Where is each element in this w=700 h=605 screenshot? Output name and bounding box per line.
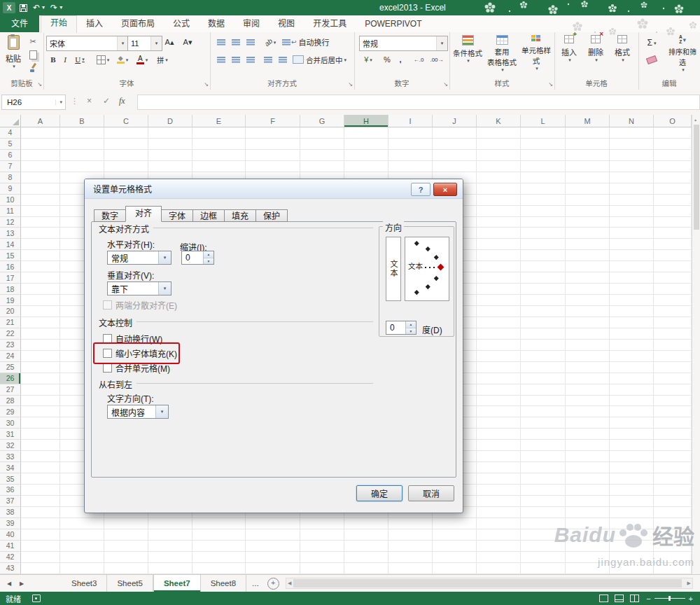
ribbon-tab-审阅[interactable]: 审阅 xyxy=(234,15,269,32)
align-center-button[interactable] xyxy=(229,53,242,66)
paste-button[interactable]: 粘贴 ▾ xyxy=(3,35,24,76)
ribbon-tab-POWERPIVOT[interactable]: POWERPIVOT xyxy=(356,15,430,32)
row-header-36[interactable]: 36 xyxy=(0,485,21,496)
ribbon-tab-文件[interactable]: 文件 xyxy=(0,15,39,32)
ribbon-tab-开发工具[interactable]: 开发工具 xyxy=(304,15,356,32)
bold-button[interactable]: B xyxy=(48,53,59,66)
row-header-13[interactable]: 13 xyxy=(0,228,21,239)
zoom-out-icon[interactable]: − xyxy=(646,594,650,603)
ribbon-tab-公式[interactable]: 公式 xyxy=(164,15,199,32)
copy-button[interactable] xyxy=(25,48,41,61)
undo-caret-icon[interactable]: ▾ xyxy=(42,5,45,11)
row-header-25[interactable]: 25 xyxy=(0,362,21,373)
sheet-scroll-left-icon[interactable]: ◀ xyxy=(3,575,15,592)
column-header-H[interactable]: H xyxy=(344,115,388,127)
select-all-corner[interactable] xyxy=(0,115,21,127)
orientation-dial[interactable]: 文本 xyxy=(405,237,449,301)
dialog-tab-数字[interactable]: 数字 xyxy=(94,209,126,222)
underline-button[interactable]: U ▾ xyxy=(71,53,88,66)
column-header-O[interactable]: O xyxy=(654,115,692,127)
align-right-button[interactable] xyxy=(244,53,257,66)
vertical-align-combo[interactable]: 靠下 ▾ xyxy=(107,281,172,295)
row-header-8[interactable]: 8 xyxy=(0,172,21,183)
sheet-tab-Sheet7[interactable]: Sheet7 xyxy=(153,575,201,592)
row-header-18[interactable]: 18 xyxy=(0,284,21,295)
row-header-7[interactable]: 7 xyxy=(0,161,21,172)
indent-spinner[interactable]: 0 ▴▾ xyxy=(181,251,214,265)
dialog-tab-保护[interactable]: 保护 xyxy=(255,209,288,222)
sheet-tab-Sheet3[interactable]: Sheet3 xyxy=(62,575,107,592)
save-icon[interactable] xyxy=(20,4,27,12)
row-header-23[interactable]: 23 xyxy=(0,340,21,351)
italic-button[interactable]: I xyxy=(59,53,71,66)
sheet-tab-Sheet5[interactable]: Sheet5 xyxy=(107,575,153,592)
formula-input[interactable] xyxy=(137,95,700,110)
row-header-5[interactable]: 5 xyxy=(0,139,21,150)
dialog-tab-边框[interactable]: 边框 xyxy=(192,209,225,222)
column-header-L[interactable]: L xyxy=(521,115,566,127)
phonetic-guide-button[interactable]: 拼 ▾ xyxy=(153,53,172,66)
degrees-spinner[interactable]: 0 ▴▾ xyxy=(386,321,416,335)
decrease-decimal-button[interactable]: .00→ xyxy=(428,53,445,66)
dialog-tab-对齐[interactable]: 对齐 xyxy=(125,206,162,222)
column-header-G[interactable]: G xyxy=(300,115,344,127)
row-header-41[interactable]: 41 xyxy=(0,541,21,552)
vertical-scrollbar[interactable]: ▴ xyxy=(692,115,700,574)
align-left-button[interactable] xyxy=(214,53,227,66)
row-header-39[interactable]: 39 xyxy=(0,518,21,529)
undo-icon[interactable]: ↶ xyxy=(33,4,40,12)
row-header-35[interactable]: 35 xyxy=(0,473,21,485)
font-name-combo[interactable]: 宋体 ▾ xyxy=(46,36,129,51)
row-header-6[interactable]: 6 xyxy=(0,150,21,161)
excel-app-icon[interactable]: X xyxy=(3,2,15,13)
shrink-font-button[interactable]: A▾ xyxy=(179,36,196,48)
accounting-format-button[interactable]: ¥ ▾ xyxy=(359,53,377,66)
row-header-4[interactable]: 4 xyxy=(0,127,21,139)
column-header-E[interactable]: E xyxy=(192,115,246,127)
row-header-30[interactable]: 30 xyxy=(0,417,21,429)
orientation-button[interactable]: ab ▾ xyxy=(261,36,279,48)
row-header-37[interactable]: 37 xyxy=(0,496,21,507)
merge-center-button[interactable]: 合并后居中 ▾ xyxy=(293,53,346,66)
column-header-A[interactable]: A xyxy=(21,115,60,127)
dialog-help-button[interactable]: ? xyxy=(411,183,430,196)
text-direction-combo[interactable]: 根据内容 ▾ xyxy=(107,405,169,419)
name-box[interactable]: H26 ▾ xyxy=(1,95,66,110)
row-header-28[interactable]: 28 xyxy=(0,396,21,407)
row-header-14[interactable]: 14 xyxy=(0,239,21,250)
alignment-dialog-launcher-icon[interactable]: ↘ xyxy=(348,82,353,88)
borders-button[interactable]: ▾ xyxy=(94,53,112,66)
styles-dialog-launcher-icon[interactable]: ↘ xyxy=(548,82,553,88)
column-header-B[interactable]: B xyxy=(60,115,104,127)
number-dialog-launcher-icon[interactable]: ↘ xyxy=(443,82,448,88)
formula-bar-handle-icon[interactable]: ⋮ xyxy=(71,97,78,106)
vertical-scrollbar-thumb[interactable] xyxy=(694,125,699,230)
row-header-9[interactable]: 9 xyxy=(0,183,21,195)
vertical-text-option[interactable]: 文本 xyxy=(386,237,401,301)
horizontal-scrollbar-thumb[interactable] xyxy=(293,579,682,587)
row-header-15[interactable]: 15 xyxy=(0,250,21,261)
row-header-19[interactable]: 19 xyxy=(0,295,21,306)
spin-down-icon[interactable]: ▾ xyxy=(406,328,416,335)
scroll-right-icon[interactable]: ▶ xyxy=(687,580,691,586)
wrap-text-button[interactable]: ↩ 自动换行 xyxy=(282,36,330,48)
autosum-button[interactable]: Σ ▾ xyxy=(641,36,662,49)
row-header-26[interactable]: 26 xyxy=(0,373,21,384)
column-header-I[interactable]: I xyxy=(388,115,433,127)
row-header-11[interactable]: 11 xyxy=(0,206,21,217)
spin-up-icon[interactable]: ▴ xyxy=(204,251,214,258)
font-color-button[interactable]: A ▾ xyxy=(133,53,151,66)
row-header-31[interactable]: 31 xyxy=(0,429,21,440)
cancel-button[interactable]: 取消 xyxy=(408,485,454,501)
redo-icon[interactable]: ↷ xyxy=(50,4,57,12)
font-dialog-launcher-icon[interactable]: ↘ xyxy=(204,82,209,88)
column-header-K[interactable]: K xyxy=(477,115,521,127)
column-header-M[interactable]: M xyxy=(566,115,610,127)
sheet-scroll-right-icon[interactable]: ▶ xyxy=(15,575,28,592)
horizontal-align-combo[interactable]: 常规 ▾ xyxy=(107,251,172,265)
ribbon-tab-页面布局[interactable]: 页面布局 xyxy=(112,15,164,32)
decrease-indent-button[interactable] xyxy=(261,53,274,66)
zoom-in-icon[interactable]: + xyxy=(689,594,693,603)
increase-decimal-button[interactable]: ←.0 xyxy=(410,53,427,66)
macro-record-icon[interactable] xyxy=(32,594,41,602)
